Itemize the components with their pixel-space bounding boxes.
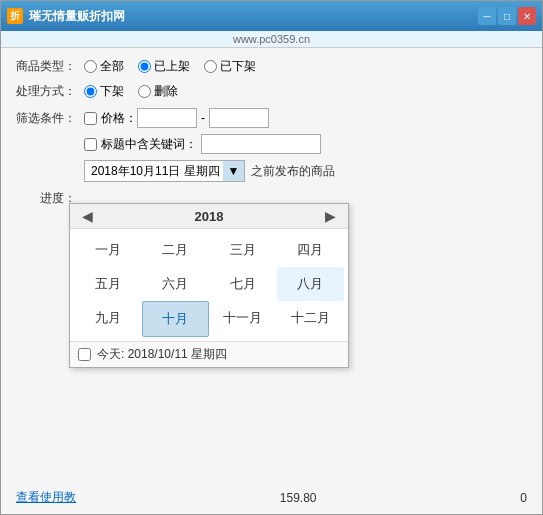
keyword-input[interactable] (201, 134, 321, 154)
radio-off[interactable]: 下架 (84, 83, 124, 100)
calendar-months-grid: 一月 二月 三月 四月 五月 六月 七月 八月 九月 十月 十一月 十二月 (70, 229, 348, 341)
radio-off-label: 下架 (100, 83, 124, 100)
radio-on-shelf[interactable]: 已上架 (138, 58, 190, 75)
usage-link[interactable]: 查看使用教 (16, 489, 76, 506)
month-2[interactable]: 二月 (142, 233, 210, 267)
radio-off-shelf[interactable]: 已下架 (204, 58, 256, 75)
window-title: 璀无情量贩折扣网 (29, 8, 125, 25)
month-9[interactable]: 九月 (74, 301, 142, 337)
month-7[interactable]: 七月 (209, 267, 277, 301)
filter-label: 筛选条件： (16, 110, 76, 127)
main-window: 折 璀无情量贩折扣网 ─ □ ✕ www.pc0359.cn 商品类型： 全部 (0, 0, 543, 515)
title-bar: 折 璀无情量贩折扣网 ─ □ ✕ (1, 1, 542, 31)
price-display: 159.80 (280, 491, 317, 505)
calendar-today-row: 今天: 2018/10/11 星期四 (70, 341, 348, 367)
content-area: 商品类型： 全部 已上架 已下架 处理方式： (1, 48, 542, 514)
count-display: 0 (520, 491, 527, 505)
radio-all[interactable]: 全部 (84, 58, 124, 75)
month-5[interactable]: 五月 (74, 267, 142, 301)
radio-all-input[interactable] (84, 60, 97, 73)
month-12[interactable]: 十二月 (277, 301, 345, 337)
today-checkbox[interactable] (78, 348, 91, 361)
calendar-nav: ◀ 2018 ▶ (70, 204, 348, 229)
price-from-input[interactable] (137, 108, 197, 128)
bottom-bar: 查看使用教 159.80 0 (16, 489, 527, 506)
month-11[interactable]: 十一月 (209, 301, 277, 337)
process-group: 下架 删除 (84, 83, 178, 100)
price-to-input[interactable] (209, 108, 269, 128)
filter-price-row: 筛选条件： 价格： - (16, 108, 527, 128)
price-label: 价格： (101, 110, 137, 127)
calendar-dropdown: ◀ 2018 ▶ 一月 二月 三月 四月 五月 六月 七月 八月 九月 十月 十… (69, 203, 349, 368)
today-label: 今天: 2018/10/11 星期四 (97, 346, 227, 363)
radio-delete-label: 删除 (154, 83, 178, 100)
month-6[interactable]: 六月 (142, 267, 210, 301)
calendar-year: 2018 (195, 209, 224, 224)
month-4[interactable]: 四月 (277, 233, 345, 267)
price-checkbox[interactable] (84, 112, 97, 125)
progress-label: 进度： (16, 190, 76, 207)
month-8[interactable]: 八月 (277, 267, 345, 301)
month-1[interactable]: 一月 (74, 233, 142, 267)
radio-delete[interactable]: 删除 (138, 83, 178, 100)
date-suffix: 之前发布的商品 (251, 163, 335, 180)
watermark-text: www.pc0359.cn (233, 33, 310, 45)
price-separator: - (201, 111, 205, 125)
date-select[interactable]: 2018年10月11日 星期四 (84, 160, 245, 182)
date-row: 2018年10月11日 星期四 ▼ 之前发布的商品 (84, 160, 527, 182)
month-10[interactable]: 十月 (142, 301, 210, 337)
radio-off-input[interactable] (84, 85, 97, 98)
radio-delete-input[interactable] (138, 85, 151, 98)
app-icon: 折 (7, 8, 23, 24)
product-type-group: 全部 已上架 已下架 (84, 58, 256, 75)
filter-keyword-row: 标题中含关键词： (84, 134, 527, 154)
calendar-next-button[interactable]: ▶ (321, 208, 340, 224)
keyword-checkbox-item: 标题中含关键词： (84, 136, 197, 153)
radio-on-shelf-input[interactable] (138, 60, 151, 73)
price-inputs: - (137, 108, 269, 128)
maximize-button[interactable]: □ (498, 7, 516, 25)
keyword-label: 标题中含关键词： (101, 136, 197, 153)
product-type-row: 商品类型： 全部 已上架 已下架 (16, 58, 527, 75)
price-checkbox-item: 价格： (84, 110, 137, 127)
window-controls: ─ □ ✕ (478, 7, 536, 25)
process-row: 处理方式： 下架 删除 (16, 83, 527, 100)
minimize-button[interactable]: ─ (478, 7, 496, 25)
title-bar-left: 折 璀无情量贩折扣网 (7, 8, 125, 25)
radio-all-label: 全部 (100, 58, 124, 75)
calendar-prev-button[interactable]: ◀ (78, 208, 97, 224)
radio-on-shelf-label: 已上架 (154, 58, 190, 75)
process-label: 处理方式： (16, 83, 76, 100)
close-button[interactable]: ✕ (518, 7, 536, 25)
radio-off-shelf-label: 已下架 (220, 58, 256, 75)
radio-off-shelf-input[interactable] (204, 60, 217, 73)
watermark-bar: www.pc0359.cn (1, 31, 542, 48)
keyword-checkbox[interactable] (84, 138, 97, 151)
date-select-wrapper: 2018年10月11日 星期四 ▼ (84, 160, 245, 182)
month-3[interactable]: 三月 (209, 233, 277, 267)
product-type-label: 商品类型： (16, 58, 76, 75)
